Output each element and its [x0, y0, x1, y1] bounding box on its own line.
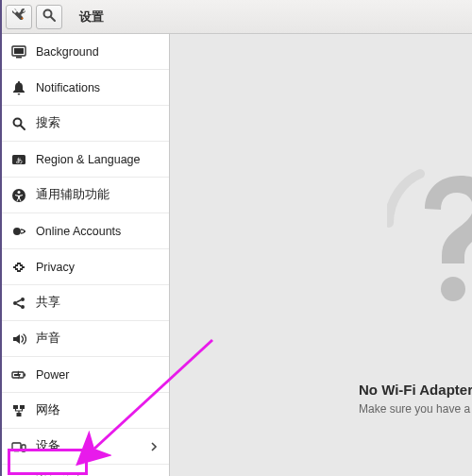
region-icon: あ: [11, 152, 26, 167]
sidebar-item-power[interactable]: Power: [2, 357, 169, 393]
question-mark-icon: [387, 157, 472, 311]
accessibility-icon: [11, 188, 26, 203]
sidebar-item-privacy[interactable]: Privacy: [2, 249, 169, 285]
sidebar-item-label: Background: [36, 45, 160, 59]
sidebar-item-label: Notifications: [36, 81, 160, 94]
sidebar-item-accessibility[interactable]: 通用辅助功能: [2, 178, 169, 213]
search-icon: [11, 116, 26, 131]
sidebar-item-label: Region & Language: [36, 153, 160, 166]
sidebar-item-search[interactable]: 搜索: [2, 106, 169, 142]
svg-line-18: [17, 304, 22, 307]
sidebar-item-sound[interactable]: 声音: [2, 321, 169, 357]
sound-icon: [11, 332, 26, 347]
search-icon: [42, 8, 57, 26]
svg-point-13: [24, 230, 25, 232]
sidebar-item-notifications[interactable]: Notifications: [2, 70, 169, 106]
svg-point-0: [22, 18, 24, 20]
no-wifi-sub: Make sure you have a Wi-Fi adapter plug: [359, 402, 472, 416]
sidebar-item-devices[interactable]: 设备: [2, 429, 169, 465]
svg-point-31: [441, 277, 465, 301]
svg-rect-26: [22, 445, 25, 451]
sidebar-item-label: 声音: [36, 331, 160, 347]
svg-point-12: [13, 228, 21, 235]
sidebar-item-sharing[interactable]: 共享: [2, 285, 169, 321]
online-accounts-icon: [11, 224, 26, 239]
tools-button[interactable]: [6, 5, 32, 29]
share-icon: [11, 296, 26, 311]
settings-sidebar: Background Notifications 搜索 あ Region & L…: [2, 34, 170, 476]
svg-line-17: [17, 299, 22, 302]
content-area: No Wi-Fi Adapter Fo Make sure you have a…: [170, 34, 472, 476]
background-icon: [11, 44, 26, 60]
svg-line-2: [51, 17, 55, 21]
sidebar-item-label: 搜索: [36, 115, 160, 131]
devices-icon: [11, 439, 26, 454]
titlebar: 设置: [2, 0, 472, 34]
svg-rect-5: [16, 57, 22, 59]
sidebar-item-background[interactable]: Background: [2, 34, 169, 70]
svg-rect-24: [17, 413, 22, 416]
svg-text:あ: あ: [16, 157, 23, 164]
svg-point-11: [18, 191, 21, 194]
power-icon: [11, 367, 26, 382]
settings-window: 设置 Background Notifications 搜索 あ Region …: [2, 0, 472, 476]
sidebar-item-label: 设备: [36, 438, 139, 454]
sidebar-item-label: 网络: [36, 402, 160, 418]
sidebar-item-label: Online Accounts: [36, 225, 160, 238]
sidebar-item-label: Power: [36, 368, 160, 382]
svg-point-16: [21, 305, 25, 309]
sidebar-item-network[interactable]: 网络: [2, 393, 169, 429]
svg-rect-23: [20, 405, 25, 409]
svg-rect-22: [13, 405, 18, 409]
sidebar-item-region-language[interactable]: あ Region & Language: [2, 142, 169, 178]
svg-rect-4: [14, 48, 24, 54]
chevron-right-icon: [148, 441, 160, 452]
svg-point-15: [21, 298, 25, 301]
svg-rect-25: [12, 443, 21, 450]
network-icon: [11, 403, 26, 418]
sidebar-item-label: Privacy: [36, 261, 160, 274]
no-wifi-heading: No Wi-Fi Adapter Fo: [359, 382, 472, 398]
svg-rect-27: [14, 450, 19, 451]
tools-icon: [11, 8, 26, 26]
bell-icon: [11, 80, 26, 95]
sidebar-item-label: 共享: [36, 295, 160, 311]
sidebar-item-details[interactable]: 详细信息: [2, 465, 169, 476]
search-button[interactable]: [36, 5, 62, 29]
sidebar-item-label: 通用辅助功能: [36, 187, 160, 203]
svg-line-7: [21, 126, 25, 129]
sidebar-item-online-accounts[interactable]: Online Accounts: [2, 213, 169, 249]
svg-rect-21: [25, 373, 26, 376]
window-title: 设置: [79, 8, 104, 26]
privacy-icon: [11, 260, 26, 275]
